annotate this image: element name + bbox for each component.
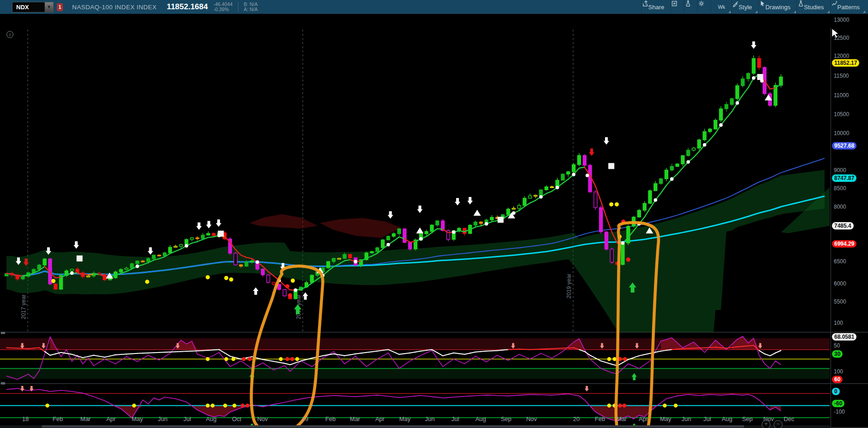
yellow-dot-marker — [206, 275, 210, 279]
down-arrow-marker — [216, 219, 221, 227]
info-icon[interactable]: i — [6, 31, 13, 38]
white-dot-marker — [419, 237, 423, 241]
panel-splitter-handle[interactable] — [1, 332, 5, 334]
square-marker — [608, 163, 614, 169]
white-dot-marker — [654, 198, 657, 202]
y-axis-tick: 9000 — [834, 167, 846, 174]
gear-icon — [698, 0, 705, 7]
zoom-out-button[interactable]: − — [774, 420, 782, 428]
dropdown-corner-icon — [728, 11, 731, 13]
drawings-button[interactable]: Drawings — [758, 0, 797, 14]
white-dot-marker — [217, 234, 221, 237]
white-dot-marker — [586, 174, 589, 177]
price-change: -46.4044 -0.39% — [214, 2, 232, 12]
last-price: 11852.1684 — [167, 2, 208, 12]
yellow-dot-marker — [295, 357, 299, 361]
white-dot-marker — [185, 244, 189, 248]
x-axis-tick: Sep — [742, 416, 752, 422]
yellow-dot-marker — [224, 357, 228, 361]
trading-platform-window: NDX ▼ 1 NASDAQ-100 INDEX INDEX 11852.168… — [0, 0, 868, 428]
y-axis-tick: 8500 — [834, 185, 846, 192]
share-button[interactable]: Share — [642, 0, 671, 14]
yellow-dot-marker — [663, 403, 666, 407]
white-dot-marker — [135, 265, 139, 268]
change-percent: -0.39% — [214, 7, 232, 12]
yellow-dot-marker — [607, 403, 611, 407]
studies-button[interactable]: Studies — [797, 0, 830, 14]
report-button[interactable] — [671, 0, 684, 14]
white-dot-marker — [256, 261, 259, 264]
toolbar-button-label: Style — [739, 4, 752, 11]
down-arrow-marker — [388, 211, 393, 219]
x-axis-tick: May — [132, 416, 143, 422]
white-dot-marker — [70, 271, 74, 275]
down-arrow-marker — [455, 198, 460, 205]
white-dot-marker — [485, 222, 489, 226]
x-axis-tick: 20 — [573, 416, 580, 422]
zoom-in-button[interactable]: + — [762, 420, 770, 428]
square-marker — [77, 255, 83, 261]
alert-badge[interactable]: 1 — [57, 3, 63, 11]
x-axis-tick: Aug — [475, 416, 486, 422]
toolbar-button-label: Share — [648, 4, 665, 11]
yellow-dot-marker — [223, 403, 227, 407]
red-dot-marker — [626, 258, 630, 262]
panel-splitter-handle[interactable] — [1, 382, 5, 385]
down-arrow-marker — [751, 41, 757, 49]
x-axis-tick: Jun — [158, 416, 168, 422]
settings-button[interactable] — [697, 0, 711, 14]
flask-icon — [797, 0, 804, 7]
report-icon — [671, 0, 678, 7]
x-axis-tick: Jul — [703, 416, 711, 422]
y-axis-tick: 10500 — [834, 111, 849, 118]
white-dot-marker — [556, 186, 559, 190]
x-axis-tick: Apr — [639, 416, 648, 422]
up-arrow-marker — [253, 287, 258, 295]
cursor-icon — [759, 0, 766, 7]
red-dot-marker — [285, 284, 289, 288]
dropdown-corner-icon — [794, 11, 796, 13]
toolbar-button-label: Studies — [804, 4, 824, 11]
red-dot-marker — [245, 403, 249, 407]
x-axis-tick: May — [660, 416, 672, 422]
x-axis-tick: Nov — [526, 416, 537, 422]
instrument-title: NASDAQ-100 INDEX INDEX — [72, 4, 157, 11]
x-axis-tick: Oct — [232, 416, 241, 422]
x-axis-tick: Feb — [325, 416, 336, 422]
symbol-dropdown-button[interactable]: ▼ — [44, 2, 53, 12]
white-dot-marker — [452, 230, 456, 234]
down-arrow-marker — [589, 149, 594, 156]
yellow-dot-marker — [211, 403, 214, 407]
rsi-lower-band-bubble: 30 — [832, 350, 843, 358]
white-dot-marker — [572, 173, 575, 176]
white-dot-marker — [512, 211, 516, 215]
white-dot-marker — [703, 143, 707, 147]
red-dot-marker — [241, 403, 245, 407]
x-axis-tick: Jul — [183, 416, 191, 422]
timeframe-button[interactable]: Wk — [711, 0, 732, 14]
style-button[interactable]: Style — [732, 0, 758, 14]
triangle-up-marker — [473, 210, 481, 216]
symbol-select[interactable]: NDX ▼ — [12, 2, 54, 12]
red-dot-marker — [290, 357, 294, 361]
down-arrow-marker — [20, 386, 24, 391]
y-axis-tick: 6500 — [834, 258, 846, 265]
y-axis-tick: 11000 — [834, 92, 849, 99]
patterns-button[interactable]: Patterns — [831, 0, 866, 14]
up-arrow-marker — [303, 292, 308, 300]
x-axis-tick: Feb — [595, 416, 605, 422]
lab-button[interactable] — [684, 0, 697, 14]
yellow-dot-marker — [145, 279, 149, 284]
scrollbar-thumb[interactable] — [42, 425, 744, 428]
yellow-dot-marker — [232, 403, 236, 407]
time-scrollbar[interactable] — [0, 425, 830, 428]
y-axis-tick: 5500 — [834, 298, 846, 305]
x-axis-tick: Nov — [257, 416, 268, 422]
white-dot-marker — [539, 195, 543, 199]
yellow-dot-marker — [613, 357, 617, 361]
yellow-dot-marker — [609, 202, 613, 206]
rsi-value-bubble: 68.0581 — [832, 333, 856, 341]
yellow-dot-marker — [615, 202, 619, 206]
x-axis-tick: Jul — [452, 416, 459, 422]
dropdown-corner-icon — [827, 11, 830, 13]
